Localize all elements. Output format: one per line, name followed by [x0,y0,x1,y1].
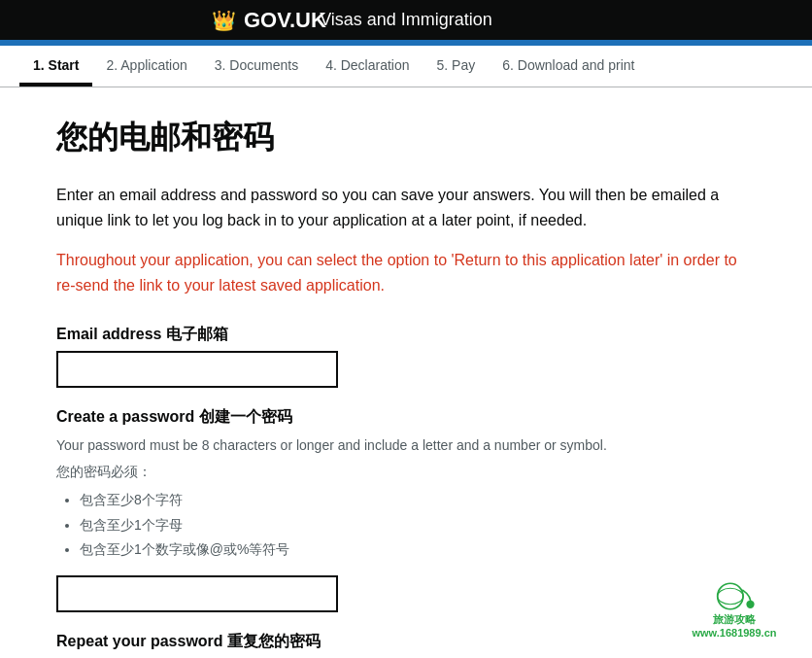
gov-logo-text: GOV.UK [244,8,326,33]
step-nav: 1. Start 2. Application 3. Documents 4. … [0,46,812,87]
watermark-text: 旅游攻略www.1681989.cn [692,612,776,639]
password-input[interactable] [56,575,338,612]
password-label: Create a password 创建一个密码 [56,407,756,428]
password-rules-list: 包含至少8个字符 包含至少1个字母 包含至少1个数字或像@或%等符号 [56,488,756,562]
main-content: 您的电邮和密码 Enter an email address and passw… [37,87,775,658]
password-group: Create a password 创建一个密码 Your password m… [56,407,756,612]
svg-point-1 [718,588,743,605]
email-input[interactable] [56,351,338,388]
svg-point-0 [718,583,743,608]
svg-point-2 [746,601,754,608]
password-rule-3: 包含至少1个数字或像@或%等符号 [80,537,756,562]
nav-item-pay[interactable]: 5. Pay [423,46,490,87]
crown-icon: 👑 [212,9,236,32]
password-hint-cn: 您的密码必须： [56,462,756,482]
password-rules-container: Your password must be 8 characters or lo… [56,435,756,562]
repeat-password-group: Repeat your password 重复您的密码 [56,632,756,658]
nav-item-documents[interactable]: 3. Documents [201,46,312,87]
password-rule-2: 包含至少1个字母 [80,513,756,537]
info-paragraph: Throughout your application, you can sel… [56,248,756,297]
password-rule-1: 包含至少8个字符 [80,488,756,512]
nav-item-start[interactable]: 1. Start [19,46,92,87]
nav-item-application[interactable]: 2. Application [92,46,200,87]
nav-item-declaration[interactable]: 4. Declaration [312,46,423,87]
site-header: 👑 GOV.UK Visas and Immigration [0,0,812,40]
repeat-password-label: Repeat your password 重复您的密码 [56,632,756,652]
nav-item-download[interactable]: 6. Download and print [489,46,648,87]
email-group: Email address 电子邮箱 [56,325,756,388]
page-title: 您的电邮和密码 [56,117,756,159]
site-title: Visas and Immigration [320,10,492,30]
intro-paragraph: Enter an email address and password so y… [56,183,756,232]
gov-logo: 👑 GOV.UK [212,8,326,33]
watermark-icon [705,580,763,612]
password-hint-en: Your password must be 8 characters or lo… [56,435,756,456]
watermark-logo: 旅游攻略www.1681989.cn [676,580,793,639]
email-label: Email address 电子邮箱 [56,325,756,345]
